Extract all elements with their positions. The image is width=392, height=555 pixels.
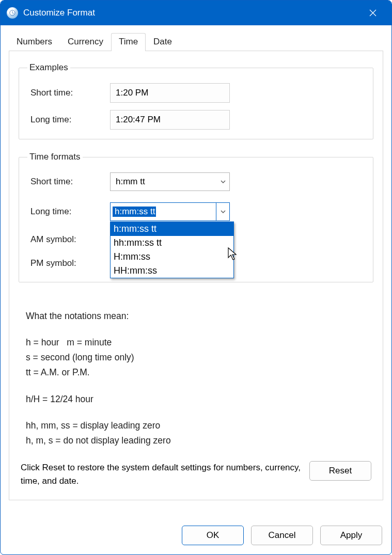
short-time-example-value: 1:20 PM: [110, 83, 230, 103]
globe-clock-icon: [7, 7, 18, 19]
long-time-option[interactable]: H:mm:ss: [111, 250, 233, 264]
long-time-example-label: Long time:: [27, 115, 110, 125]
window-title: Customize Format: [23, 8, 360, 18]
notation-line: h = hour m = minute: [26, 336, 368, 350]
time-formats-legend: Time formats: [27, 152, 83, 162]
chevron-down-icon: [221, 209, 226, 214]
tab-currency[interactable]: Currency: [60, 33, 111, 51]
examples-group: Examples Short time: 1:20 PM Long time: …: [19, 62, 373, 139]
long-time-format-label: Long time:: [27, 207, 110, 217]
example-long-row: Long time: 1:20:47 PM: [27, 110, 365, 130]
cancel-button[interactable]: Cancel: [251, 526, 313, 545]
short-time-format-combo[interactable]: h:mm tt: [110, 172, 230, 191]
long-time-dropdown-button[interactable]: [216, 203, 229, 220]
tab-date[interactable]: Date: [146, 33, 180, 51]
short-time-format-value: h:mm tt: [111, 177, 216, 187]
pm-symbol-label: PM symbol:: [27, 258, 110, 268]
tab-time[interactable]: Time: [111, 33, 146, 51]
example-short-row: Short time: 1:20 PM: [27, 83, 365, 103]
notation-line: s = second (long time only): [26, 351, 368, 364]
ok-button[interactable]: OK: [182, 526, 244, 545]
notation-line: h, m, s = do not display leading zero: [26, 434, 368, 448]
notation-line: h/H = 12/24 hour: [26, 392, 368, 406]
short-time-dropdown-button[interactable]: [216, 173, 229, 191]
time-tabpanel: Examples Short time: 1:20 PM Long time: …: [9, 51, 383, 500]
tab-numbers[interactable]: Numbers: [9, 33, 60, 51]
long-time-option[interactable]: HH:mm:ss: [111, 264, 233, 278]
long-time-option[interactable]: h:mm:ss tt: [111, 222, 233, 236]
long-time-option[interactable]: hh:mm:ss tt: [111, 236, 233, 250]
long-time-format-row: Long time: h:mm:ss tt h:mm:ss tt hh:mm:s…: [27, 202, 365, 221]
reset-row: Click Reset to restore the system defaul…: [21, 461, 371, 487]
reset-button[interactable]: Reset: [309, 461, 371, 481]
long-time-format-value: h:mm:ss tt: [111, 207, 216, 217]
dialog-body: Numbers Currency Time Date Examples Shor…: [1, 25, 391, 554]
notation-help: What the notations mean: h = hour m = mi…: [19, 295, 373, 448]
am-symbol-label: AM symbol:: [27, 234, 110, 245]
apply-button[interactable]: Apply: [320, 526, 382, 545]
short-time-example-label: Short time:: [27, 88, 110, 98]
titlebar: Customize Format: [1, 1, 391, 25]
reset-description: Click Reset to restore the system defaul…: [21, 461, 309, 487]
long-time-example-value: 1:20:47 PM: [110, 110, 230, 130]
long-time-dropdown-list: h:mm:ss tt hh:mm:ss tt H:mm:ss HH:mm:ss: [110, 221, 234, 278]
long-time-format-combo[interactable]: h:mm:ss tt h:mm:ss tt hh:mm:ss tt H:mm:s…: [110, 202, 230, 221]
tab-strip: Numbers Currency Time Date: [9, 33, 383, 51]
notation-line: tt = A.M. or P.M.: [26, 366, 368, 379]
close-icon: [369, 9, 377, 17]
time-formats-group: Time formats Short time: h:mm tt Long ti…: [19, 152, 373, 282]
chevron-down-icon: [221, 179, 226, 184]
examples-legend: Examples: [27, 62, 70, 73]
dialog-footer: OK Cancel Apply: [182, 526, 382, 545]
close-button[interactable]: [360, 1, 385, 25]
notation-line: hh, mm, ss = display leading zero: [26, 419, 368, 433]
short-time-format-row: Short time: h:mm tt: [27, 172, 365, 191]
customize-format-window: Customize Format Numbers Currency Time D…: [0, 0, 392, 555]
notation-heading: What the notations mean:: [26, 309, 368, 323]
short-time-format-label: Short time:: [27, 177, 110, 187]
